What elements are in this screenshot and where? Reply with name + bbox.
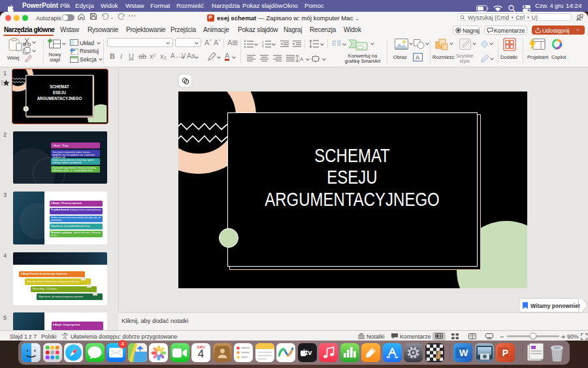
svg-text:A: A (300, 56, 304, 62)
svg-text:A: A (416, 54, 419, 61)
svg-text:3: 3 (262, 46, 264, 48)
